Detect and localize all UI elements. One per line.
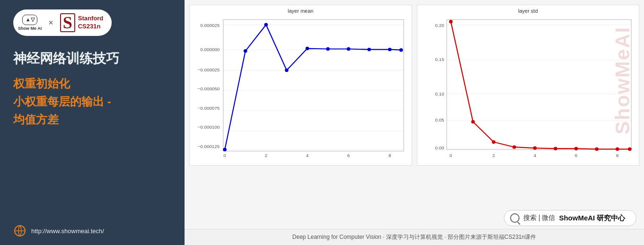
svg-point-50 <box>492 140 495 144</box>
svg-point-54 <box>574 147 578 150</box>
website-icon <box>13 224 26 237</box>
svg-point-56 <box>615 147 619 150</box>
svg-text:0: 0 <box>450 153 452 158</box>
showme-icon-box: ▲▽ <box>22 15 37 25</box>
svg-point-30 <box>388 48 392 51</box>
svg-text:0.00: 0.00 <box>435 145 444 150</box>
svg-text:0.05: 0.05 <box>435 118 444 123</box>
showme-label: Show Me AI <box>18 26 42 31</box>
svg-point-27 <box>326 47 330 51</box>
svg-text:0.15: 0.15 <box>435 57 444 62</box>
right-panel: layer mean 0.000025 0.000000 −0.000025 −… <box>185 0 644 245</box>
svg-text:8: 8 <box>388 153 391 158</box>
stanford-logo: S Stanford CS231n <box>60 13 103 32</box>
svg-text:0.10: 0.10 <box>435 91 444 96</box>
cross-icon: × <box>48 18 53 28</box>
svg-point-51 <box>512 145 516 149</box>
charts-area: layer mean 0.000025 0.000000 −0.000025 −… <box>185 0 644 206</box>
footer-zh1: 深度学习与计算机视觉 <box>386 234 443 240</box>
showme-icon: ▲▽ <box>26 17 35 23</box>
svg-point-23 <box>244 49 247 52</box>
svg-point-29 <box>367 48 371 51</box>
footer-zh2: 部分图片来源于斯坦福CS231n课件 <box>448 234 536 240</box>
subtitle1: 权重初始化 <box>13 75 171 92</box>
website-url[interactable]: http://www.showmeai.tech/ <box>31 228 104 235</box>
search-bar[interactable]: 搜索 | 微信 ShowMeAI 研究中心 <box>504 210 636 226</box>
svg-text:0.000000: 0.000000 <box>200 47 220 52</box>
subtitle2: 小权重每层的输出 - <box>13 93 171 110</box>
left-panel: ▲▽ Show Me AI × S Stanford CS231n 神经网络训练… <box>0 0 185 245</box>
chart-layer-mean: layer mean 0.000025 0.000000 −0.000025 −… <box>189 5 412 166</box>
svg-point-49 <box>471 120 475 123</box>
showme-logo: ▲▽ Show Me AI <box>18 15 42 31</box>
svg-text:8: 8 <box>616 153 618 158</box>
logo-bar: ▲▽ Show Me AI × S Stanford CS231n <box>13 9 112 36</box>
svg-point-24 <box>264 23 268 26</box>
svg-text:−0.000100: −0.000100 <box>198 125 220 130</box>
stanford-line1: Stanford <box>78 15 103 23</box>
stanford-text: Stanford CS231n <box>78 15 103 31</box>
stanford-s-icon: S <box>60 13 75 32</box>
svg-text:0: 0 <box>223 153 226 158</box>
search-icon <box>510 213 520 223</box>
svg-text:0.20: 0.20 <box>435 23 444 28</box>
stanford-line2: CS231n <box>78 23 103 31</box>
svg-text:2: 2 <box>492 153 494 158</box>
footer-dot1: · <box>383 234 384 240</box>
svg-point-25 <box>285 69 289 72</box>
svg-text:4: 4 <box>533 153 536 158</box>
footer: Deep Learning for Computer Vision · 深度学习… <box>185 229 644 245</box>
svg-point-53 <box>554 147 557 150</box>
svg-rect-21 <box>223 20 404 151</box>
svg-rect-47 <box>447 20 631 150</box>
chart-left-svg-wrap: 0.000025 0.000000 −0.000025 −0.000050 −0… <box>190 16 412 162</box>
svg-point-57 <box>628 147 632 150</box>
subtitle3: 均值方差 <box>13 111 171 128</box>
chart-layer-std: layer std 0.20 0.15 0.10 0.05 0.00 0 2 4… <box>417 5 640 166</box>
website-row: http://www.showmeai.tech/ <box>13 218 171 237</box>
chart-left-title: layer mean <box>190 5 412 16</box>
svg-text:6: 6 <box>574 153 577 158</box>
svg-point-22 <box>223 148 227 151</box>
svg-text:−0.000025: −0.000025 <box>198 67 220 72</box>
svg-text:6: 6 <box>347 153 350 158</box>
svg-text:−0.000125: −0.000125 <box>198 144 220 149</box>
search-brand-text: ShowMeAI 研究中心 <box>559 214 625 223</box>
svg-text:2: 2 <box>265 153 267 158</box>
footer-en: Deep Learning for Computer Vision <box>292 234 381 240</box>
main-title: 神经网络训练技巧 <box>13 49 171 68</box>
svg-point-31 <box>399 48 403 52</box>
search-bar-row: 搜索 | 微信 ShowMeAI 研究中心 <box>185 206 644 229</box>
svg-text:−0.000050: −0.000050 <box>198 86 220 91</box>
svg-point-55 <box>595 147 599 150</box>
svg-text:0.000025: 0.000025 <box>200 23 220 28</box>
chart-left-svg: 0.000025 0.000000 −0.000025 −0.000050 −0… <box>190 16 412 162</box>
chart-right-title: layer std <box>417 5 639 16</box>
svg-point-26 <box>306 47 309 50</box>
chart-right-svg: 0.20 0.15 0.10 0.05 0.00 0 2 4 6 8 <box>417 16 639 162</box>
footer-dot2: · <box>444 234 446 240</box>
svg-point-28 <box>347 47 351 51</box>
svg-point-48 <box>449 20 453 23</box>
chart-right-svg-wrap: 0.20 0.15 0.10 0.05 0.00 0 2 4 6 8 <box>417 16 639 162</box>
search-divider-text: 搜索 | 微信 <box>523 214 555 222</box>
svg-text:4: 4 <box>306 153 309 158</box>
svg-point-52 <box>533 146 537 149</box>
svg-text:−0.000075: −0.000075 <box>198 105 220 111</box>
